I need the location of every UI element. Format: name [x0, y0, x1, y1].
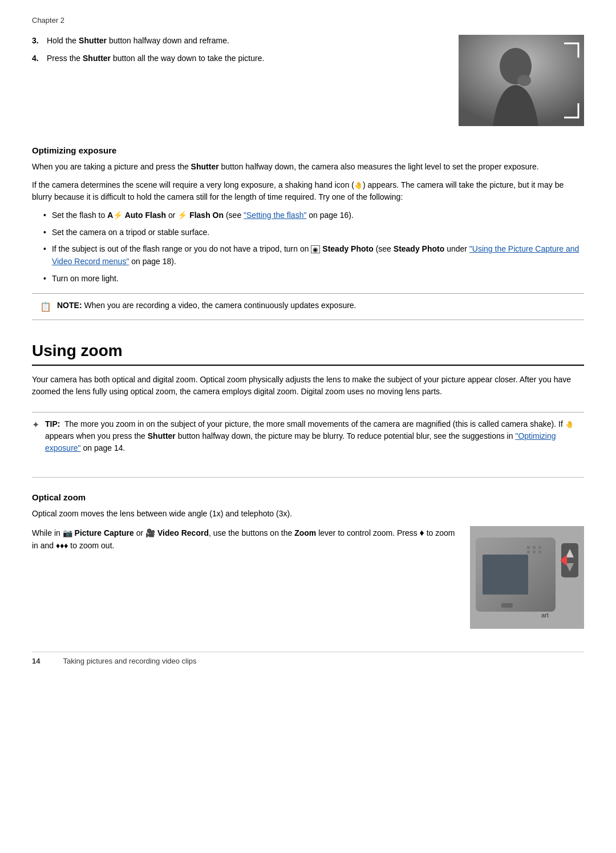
svg-rect-8 — [483, 555, 528, 595]
footer-page-number: 14 — [32, 657, 40, 665]
bullet-1: Set the flash to A⚡ Auto Flash or ⚡ Flas… — [43, 209, 584, 222]
footer-caption: Taking pictures and recording video clip… — [63, 657, 196, 665]
optimizing-exposure-heading: Optimizing exposure — [32, 145, 584, 155]
svg-rect-19 — [533, 551, 536, 553]
tip-box: ✦ TIP: The more you zoom in on the subje… — [32, 412, 584, 460]
bullet-4: Turn on more light. — [43, 273, 584, 285]
bullet-2: Set the camera on a tripod or stable sur… — [43, 227, 584, 239]
optimizing-para1: When you are taking a picture and press … — [32, 161, 584, 173]
steps-container: 3. Hold the Shutter button halfway down … — [32, 35, 441, 126]
svg-rect-18 — [527, 551, 530, 553]
optical-zoom-heading: Optical zoom — [32, 492, 584, 502]
camera-photo: art — [470, 526, 584, 629]
note-box: 📋 NOTE: When you are recording a video, … — [32, 293, 584, 320]
footer: 14 Taking pictures and recording video c… — [32, 652, 584, 665]
svg-rect-13 — [501, 603, 513, 608]
svg-rect-16 — [533, 546, 536, 549]
note-icon: 📋 — [40, 300, 51, 314]
person-photo — [459, 35, 584, 126]
optimizing-para2: If the camera determines the scene will … — [32, 179, 584, 204]
svg-rect-17 — [538, 546, 541, 549]
bullet-3: If the subject is out of the flash range… — [43, 243, 584, 268]
svg-text:art: art — [541, 612, 549, 618]
tip-icon: ✦ — [32, 418, 39, 432]
optimizing-exposure-section: Optimizing exposure When you are taking … — [32, 140, 584, 328]
optical-zoom-text: While in 📷 Picture Capture or 🎥 Video Re… — [32, 526, 459, 629]
svg-point-3 — [517, 75, 531, 86]
chapter-label: Chapter 2 — [32, 16, 584, 25]
step-3: 3. Hold the Shutter button halfway down … — [32, 35, 441, 47]
optical-zoom-section: Optical zoom Optical zoom moves the lens… — [32, 487, 584, 629]
using-zoom-para1: Your camera has both optical and digital… — [32, 374, 584, 398]
using-zoom-heading: Using zoom — [32, 342, 584, 366]
svg-rect-20 — [538, 551, 541, 553]
divider — [32, 477, 584, 478]
optical-zoom-para1: Optical zoom moves the lens between wide… — [32, 508, 584, 520]
svg-rect-15 — [527, 546, 530, 549]
step-4: 4. Press the Shutter button all the way … — [32, 52, 441, 64]
optimizing-bullets: Set the flash to A⚡ Auto Flash or ⚡ Flas… — [32, 209, 584, 285]
